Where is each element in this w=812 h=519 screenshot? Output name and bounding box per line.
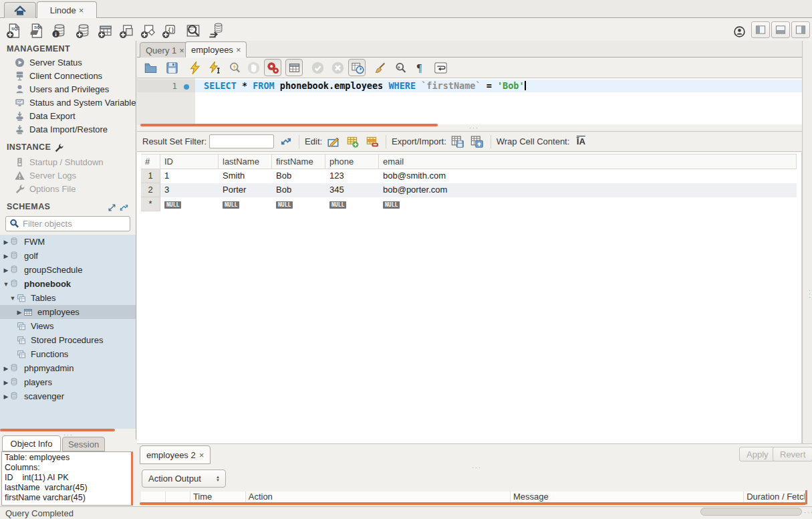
autocommit-icon[interactable] <box>348 59 366 76</box>
import-records-icon[interactable] <box>469 134 485 149</box>
grid-cell[interactable]: bob@smith.com <box>379 169 797 183</box>
sidebar-item-data-export[interactable]: Data Export <box>0 109 136 122</box>
grid-cell[interactable]: Bob <box>272 183 325 197</box>
tree-expand-icon[interactable]: ▶ <box>16 309 23 316</box>
new-sql-tab-icon[interactable]: SQL <box>5 22 23 39</box>
tree-node-stored-procedures[interactable]: Stored Procedures <box>0 333 136 347</box>
edit-record-icon[interactable] <box>325 134 342 149</box>
sidebar-item-users-and-privileges[interactable]: Users and Privileges <box>0 82 136 96</box>
apply-button[interactable]: Apply <box>739 447 776 461</box>
tree-node-golf[interactable]: ▶golf <box>0 249 136 263</box>
open-sql-script-icon[interactable]: SQL <box>28 22 45 39</box>
wrap-cell-icon[interactable]: ĪA <box>573 134 589 149</box>
grid-cell[interactable]: 345 <box>325 183 379 197</box>
revert-button[interactable]: Revert <box>773 447 812 461</box>
create-table-icon[interactable] <box>97 22 114 39</box>
save-script-icon[interactable] <box>164 60 180 76</box>
grid-header-ID[interactable]: ID <box>160 154 219 169</box>
beautify-icon[interactable] <box>372 60 388 76</box>
grid-cell[interactable]: NULL <box>160 197 219 211</box>
tree-expand-icon[interactable]: ▶ <box>3 267 9 274</box>
create-view-icon[interactable] <box>118 22 136 39</box>
expand-panel-icon[interactable] <box>108 202 116 212</box>
sidebar-item-data-import-restore[interactable]: Data Import/Restore <box>0 122 136 136</box>
close-icon[interactable]: × <box>179 45 184 56</box>
output-vscrollbar[interactable] <box>805 490 807 504</box>
sql-statement[interactable]: SELECT * FROM phonebook.employees WHERE … <box>204 80 526 91</box>
export-resultset-icon[interactable] <box>450 134 466 149</box>
limit-rows-icon[interactable] <box>285 59 303 76</box>
grid-cell[interactable]: NULL <box>325 197 379 211</box>
grid-header-phone[interactable]: phone <box>325 154 379 169</box>
stop-on-error-icon[interactable] <box>264 59 281 76</box>
tree-node-phpmyadmin[interactable]: ▶phpmyadmin <box>0 361 136 375</box>
open-file-icon[interactable] <box>142 60 158 76</box>
sidebar-item-server-status[interactable]: Server Status <box>0 56 136 69</box>
sql-editor[interactable]: 1 SELECT * FROM phonebook.employees WHER… <box>137 78 802 124</box>
grid-header-rownum[interactable]: # <box>141 154 160 169</box>
grid-header-firstName[interactable]: firstName <box>272 154 325 169</box>
grid-cell[interactable]: 3 <box>160 183 219 197</box>
grid-cell[interactable]: NULL <box>379 197 797 211</box>
grid-cell[interactable]: Smith <box>219 169 272 183</box>
tab-result-employees-2[interactable]: employees 2 × <box>140 445 211 464</box>
table-row[interactable]: 23PorterBob345bob@porter.com <box>141 183 797 197</box>
find-icon[interactable] <box>392 60 408 76</box>
editor-hscrollbar[interactable] <box>140 124 438 126</box>
tree-expand-icon[interactable]: ▶ <box>3 393 9 400</box>
grid-cell[interactable]: NULL <box>272 197 325 211</box>
tree-node-functions[interactable]: Functions <box>0 347 136 361</box>
close-icon[interactable]: × <box>79 5 84 15</box>
search-database-icon[interactable] <box>184 22 202 39</box>
delete-row-icon[interactable] <box>364 134 380 149</box>
output-hscrollbar[interactable] <box>140 502 806 505</box>
tree-expand-icon[interactable]: ▶ <box>3 365 9 372</box>
close-icon[interactable]: × <box>199 450 205 460</box>
tree-node-tables[interactable]: ▼Tables <box>0 291 136 305</box>
tree-expand-icon[interactable]: ▶ <box>3 239 9 245</box>
sidebar-hscrollbar[interactable] <box>0 429 115 431</box>
table-row[interactable]: 11SmithBob123bob@smith.com <box>141 169 797 183</box>
tree-node-fwm[interactable]: ▶FWM <box>0 235 136 249</box>
home-tab[interactable] <box>4 2 36 18</box>
tab-session[interactable]: Session <box>62 437 105 451</box>
wrap-text-icon[interactable] <box>432 60 448 76</box>
new-row-placeholder[interactable]: *NULLNULLNULLNULLNULL <box>141 197 797 211</box>
tree-node-scavenger[interactable]: ▶scavenger <box>0 389 136 403</box>
tree-node-views[interactable]: Views <box>0 319 136 333</box>
resize-grip[interactable]: ··· <box>804 510 812 514</box>
grid-cell[interactable]: bob@porter.com <box>379 183 797 197</box>
grid-cell[interactable]: 1 <box>160 169 219 183</box>
grid-header-lastName[interactable]: lastName <box>219 154 272 169</box>
grid-cell[interactable]: Porter <box>219 183 272 197</box>
sidebar-item-status-and-system-variables[interactable]: Status and System Variables <box>0 96 136 109</box>
close-icon[interactable]: × <box>236 45 241 55</box>
output-selector[interactable]: Action Output ▲▼ <box>142 470 226 488</box>
connection-tab[interactable]: Linode × <box>37 1 97 18</box>
tab-query-1[interactable]: Query 1× <box>140 42 190 58</box>
splitter-grip[interactable]: ··· <box>472 465 482 470</box>
tree-node-players[interactable]: ▶players <box>0 375 136 389</box>
tree-collapse-icon[interactable]: ▼ <box>9 295 16 302</box>
insert-row-icon[interactable] <box>345 134 361 149</box>
right-panel-splitter[interactable]: ··· <box>802 41 812 443</box>
info-panel-vscrollbar[interactable] <box>131 452 133 505</box>
create-routine-icon[interactable] <box>140 22 157 39</box>
create-schema-icon[interactable] <box>75 22 92 39</box>
splitter-grip[interactable]: ··· <box>469 126 479 130</box>
horizontal-scrollbar-thumb[interactable] <box>700 508 802 516</box>
grid-cell[interactable]: Bob <box>272 169 325 183</box>
grid-cell[interactable]: 123 <box>325 169 379 183</box>
db-info-icon[interactable]: i <box>51 22 68 39</box>
toggle-bottom-panel-button[interactable] <box>771 21 790 38</box>
user-account-icon[interactable] <box>730 23 748 40</box>
grid-cell[interactable]: NULL <box>219 197 272 211</box>
toggle-left-panel-button[interactable] <box>751 21 770 38</box>
grid-header-email[interactable]: email <box>379 154 797 169</box>
explain-icon[interactable] <box>227 60 243 76</box>
toggle-right-panel-button[interactable] <box>791 21 810 38</box>
create-function-icon[interactable]: {) <box>161 22 178 39</box>
refresh-resultset-icon[interactable] <box>277 134 293 149</box>
schema-filter-input[interactable] <box>23 219 140 229</box>
tree-expand-icon[interactable]: ▶ <box>3 253 9 260</box>
